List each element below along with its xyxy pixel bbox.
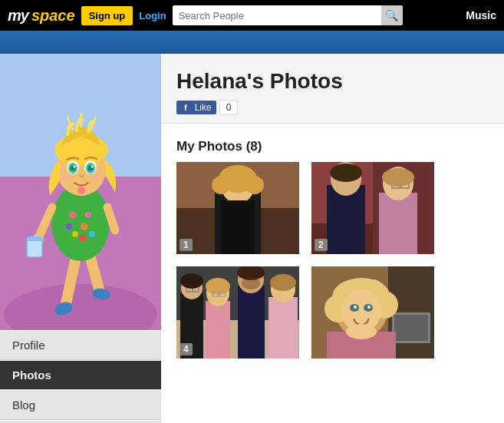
logo-space: space bbox=[31, 7, 75, 25]
logo: myspace bbox=[8, 7, 75, 25]
photo-number-2: 2 bbox=[315, 239, 328, 251]
svg-point-14 bbox=[89, 231, 95, 237]
content-area: Helana's Photos f Like 0 My Photos (8) 1 bbox=[161, 54, 504, 423]
svg-point-9 bbox=[81, 223, 88, 230]
sidebar-item-profile[interactable]: Profile bbox=[0, 330, 161, 360]
photo-item-1[interactable]: 1 bbox=[176, 162, 299, 254]
photos-section: My Photos (8) 1 2 4 bbox=[161, 124, 504, 366]
svg-point-32 bbox=[74, 166, 76, 168]
sidebar-item-playlists[interactable]: Playlists bbox=[0, 420, 161, 423]
svg-rect-19 bbox=[27, 236, 42, 241]
svg-point-13 bbox=[79, 234, 87, 242]
sub-header-bar bbox=[0, 31, 504, 54]
svg-point-35 bbox=[91, 173, 104, 180]
photo-canvas-1 bbox=[176, 162, 299, 254]
like-count: 0 bbox=[219, 100, 239, 115]
svg-point-33 bbox=[91, 166, 94, 168]
photo-item-5[interactable] bbox=[311, 266, 434, 359]
login-button[interactable]: Login bbox=[139, 10, 166, 21]
photo-item-2[interactable]: 2 bbox=[311, 162, 434, 254]
page-title: Helana's Photos bbox=[176, 69, 489, 94]
svg-point-22 bbox=[54, 134, 108, 165]
search-button[interactable]: 🔍 bbox=[381, 5, 403, 25]
main-layout: Profile Photos Blog Playlists Helana's P… bbox=[0, 54, 504, 423]
sidebar: Profile Photos Blog Playlists bbox=[0, 54, 161, 423]
content-header: Helana's Photos f Like 0 bbox=[161, 54, 504, 124]
profile-avatar bbox=[0, 54, 161, 330]
svg-point-11 bbox=[85, 212, 91, 218]
svg-point-34 bbox=[59, 173, 71, 180]
profile-image-container bbox=[0, 54, 161, 330]
search-icon: 🔍 bbox=[385, 9, 398, 21]
logo-my: my bbox=[8, 7, 28, 25]
search-container: 🔍 bbox=[173, 5, 403, 25]
photo-number-1: 1 bbox=[180, 239, 193, 251]
photo-number-4: 4 bbox=[180, 343, 193, 355]
like-button[interactable]: f Like bbox=[176, 101, 216, 114]
sidebar-item-blog[interactable]: Blog bbox=[0, 390, 161, 420]
photo-canvas-5 bbox=[311, 266, 434, 359]
like-row: f Like 0 bbox=[176, 100, 489, 115]
search-input[interactable] bbox=[173, 5, 381, 25]
header-bar: myspace Sign up Login 🔍 Music bbox=[0, 0, 504, 31]
svg-point-36 bbox=[77, 187, 85, 194]
photos-grid: 1 2 4 bbox=[176, 162, 489, 359]
photo-canvas-2 bbox=[311, 162, 434, 254]
avatar-image bbox=[0, 54, 161, 330]
photo-item-4[interactable]: 4 bbox=[176, 266, 299, 359]
svg-point-8 bbox=[69, 211, 77, 219]
signup-button[interactable]: Sign up bbox=[81, 6, 133, 25]
svg-point-12 bbox=[66, 223, 72, 230]
photo-canvas-4 bbox=[176, 266, 299, 359]
facebook-icon: f bbox=[181, 102, 190, 113]
svg-point-10 bbox=[72, 231, 78, 237]
sidebar-item-photos[interactable]: Photos bbox=[0, 360, 161, 390]
music-link[interactable]: Music bbox=[466, 9, 496, 21]
photos-heading: My Photos (8) bbox=[176, 139, 489, 154]
